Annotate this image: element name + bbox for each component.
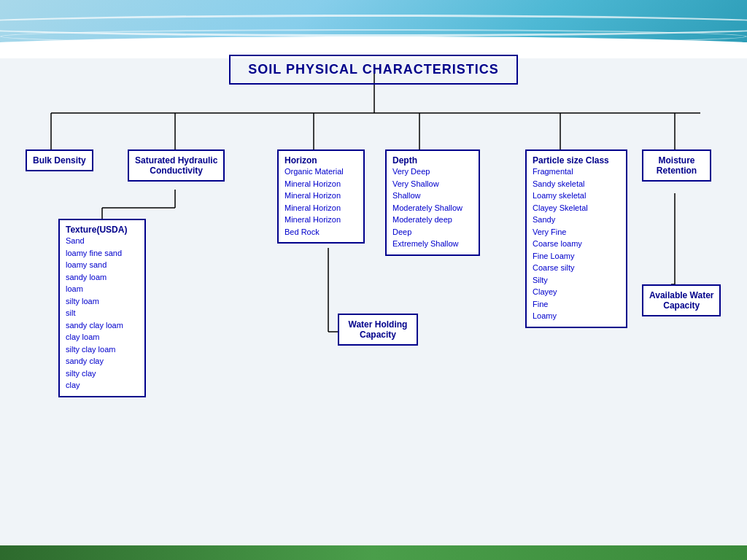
texture-item: silty loam xyxy=(66,295,139,308)
water-holding-node: Water Holding Capacity xyxy=(338,314,418,346)
texture-items: Sandloamy fine sandloamy sandsandy loaml… xyxy=(66,235,139,392)
particle-size-items: FragmentalSandy skeletalLoamy skeletalCl… xyxy=(533,166,620,322)
texture-item: loam xyxy=(66,283,139,295)
depth-title: Depth xyxy=(392,155,473,166)
particle-size-item: Fragmental xyxy=(533,166,620,178)
bulk-density-label: Bulk Density xyxy=(33,155,86,166)
horizon-title: Horizon xyxy=(285,155,357,166)
texture-item: silty clay loam xyxy=(66,343,139,356)
moisture-label: Moisture Retention xyxy=(657,155,697,176)
page-title: SOIL PHYSICAL CHARACTERISTICS xyxy=(248,62,498,77)
horizon-item: Bed Rock xyxy=(285,226,357,238)
particle-size-item: Silty xyxy=(533,274,620,287)
particle-size-item: Sandy skeletal xyxy=(533,178,620,190)
texture-item: loamy fine sand xyxy=(66,247,139,260)
tree-container: Bulk Density Saturated Hydraulic Conduct… xyxy=(15,73,732,538)
depth-item: Moderately Shallow xyxy=(392,202,473,214)
depth-item: Deep xyxy=(392,226,473,238)
horizon-item: Mineral Horizon xyxy=(285,214,357,226)
available-water-node: Available Water Capacity xyxy=(642,284,721,316)
horizon-node: Horizon Organic MaterialMineral HorizonM… xyxy=(277,149,365,244)
page-content: SOIL PHYSICAL CHARACTERISTICS xyxy=(0,0,747,560)
particle-size-item: Sandy xyxy=(533,214,620,226)
depth-item: Moderately deep xyxy=(392,214,473,226)
texture-item: sandy clay loam xyxy=(66,319,139,332)
particle-size-title: Particle size Class xyxy=(533,155,620,166)
particle-size-item: Fine Loamy xyxy=(533,250,620,262)
texture-item: Sand xyxy=(66,235,139,247)
bulk-density-node: Bulk Density xyxy=(26,149,93,171)
horizon-item: Mineral Horizon xyxy=(285,178,357,190)
texture-item: loamy sand xyxy=(66,259,139,271)
moisture-node: Moisture Retention xyxy=(642,149,711,182)
texture-item: sandy loam xyxy=(66,271,139,284)
title-box: SOIL PHYSICAL CHARACTERISTICS xyxy=(229,55,517,85)
depth-item: Shallow xyxy=(392,190,473,202)
available-water-label: Available Water Capacity xyxy=(649,290,713,311)
particle-size-item: Very Fine xyxy=(533,226,620,238)
depth-item: Very Shallow xyxy=(392,178,473,190)
texture-item: silt xyxy=(66,307,139,319)
particle-size-item: Clayey Skeletal xyxy=(533,202,620,214)
horizon-item: Organic Material xyxy=(285,166,357,178)
particle-size-item: Clayey xyxy=(533,286,620,298)
texture-title: Texture(USDA) xyxy=(66,225,139,235)
title-wrapper: SOIL PHYSICAL CHARACTERISTICS xyxy=(15,55,732,85)
particle-size-item: Loamy skeletal xyxy=(533,190,620,202)
saturated-hydraulic-label: Saturated Hydraulic Conductivity xyxy=(135,155,217,176)
saturated-hydraulic-node: Saturated Hydraulic Conductivity xyxy=(128,149,225,182)
particle-size-item: Loamy xyxy=(533,310,620,322)
texture-item: clay loam xyxy=(66,331,139,343)
depth-node: Depth Very DeepVery ShallowShallowModera… xyxy=(385,149,480,256)
particle-size-item: Coarse loamy xyxy=(533,238,620,250)
horizon-item: Mineral Horizon xyxy=(285,202,357,214)
particle-size-node: Particle size Class FragmentalSandy skel… xyxy=(525,149,627,328)
depth-item: Very Deep xyxy=(392,166,473,178)
water-holding-label: Water Holding Capacity xyxy=(349,319,408,340)
depth-items: Very DeepVery ShallowShallowModerately S… xyxy=(392,166,473,250)
horizon-item: Mineral Horizon xyxy=(285,190,357,202)
particle-size-item: Fine xyxy=(533,298,620,311)
horizon-items: Organic MaterialMineral HorizonMineral H… xyxy=(285,166,357,238)
texture-node: Texture(USDA) Sandloamy fine sandloamy s… xyxy=(58,219,146,397)
texture-item: clay xyxy=(66,379,139,392)
texture-item: sandy clay xyxy=(66,355,139,368)
texture-item: silty clay xyxy=(66,368,139,380)
particle-size-item: Coarse silty xyxy=(533,262,620,274)
depth-item: Extremely Shallow xyxy=(392,238,473,250)
